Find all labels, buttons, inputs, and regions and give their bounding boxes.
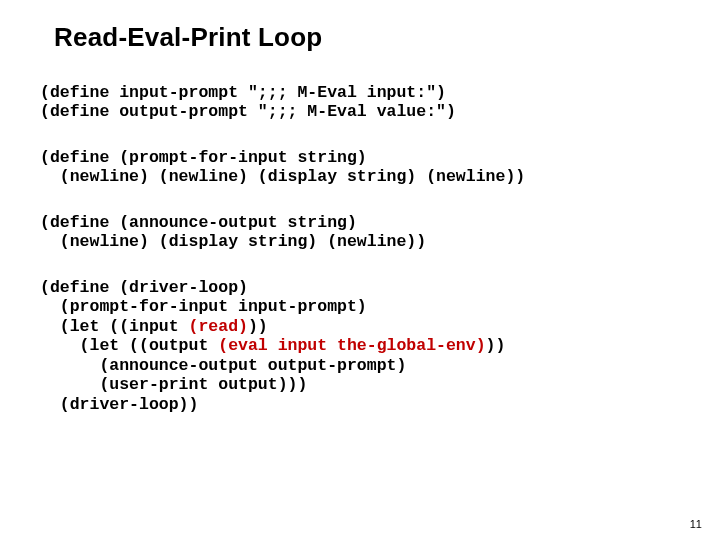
code-read-call: (read) [189, 317, 248, 336]
code-line: (newline) (display string) (newline)) [40, 232, 426, 251]
code-line: (define (driver-loop) [40, 278, 248, 297]
code-line: (prompt-for-input input-prompt) [40, 297, 367, 316]
code-block-defines-prompts: (define input-prompt ";;; M-Eval input:"… [40, 83, 680, 122]
code-block-driver-loop: (define (driver-loop) (prompt-for-input … [40, 278, 680, 414]
code-line: (newline) (newline) (display string) (ne… [40, 167, 525, 186]
page-number: 11 [690, 518, 702, 530]
code-line: (announce-output output-prompt) [40, 356, 406, 375]
code-block-announce-output: (define (announce-output string) (newlin… [40, 213, 680, 252]
code-line: (define output-prompt ";;; M-Eval value:… [40, 102, 456, 121]
code-line: (define (prompt-for-input string) [40, 148, 367, 167]
code-line: (user-print output))) [40, 375, 307, 394]
slide-title: Read-Eval-Print Loop [54, 22, 680, 53]
code-block-prompt-for-input: (define (prompt-for-input string) (newli… [40, 148, 680, 187]
slide: Read-Eval-Print Loop (define input-promp… [0, 0, 720, 540]
code-line-part: (let ((output [40, 336, 218, 355]
code-eval-call: (eval input the-global-env) [218, 336, 485, 355]
code-line: (driver-loop)) [40, 395, 198, 414]
code-line: (define (announce-output string) [40, 213, 357, 232]
code-line-part: )) [248, 317, 268, 336]
code-line-part: (let ((input [40, 317, 189, 336]
code-line: (define input-prompt ";;; M-Eval input:"… [40, 83, 446, 102]
code-line-part: )) [486, 336, 506, 355]
